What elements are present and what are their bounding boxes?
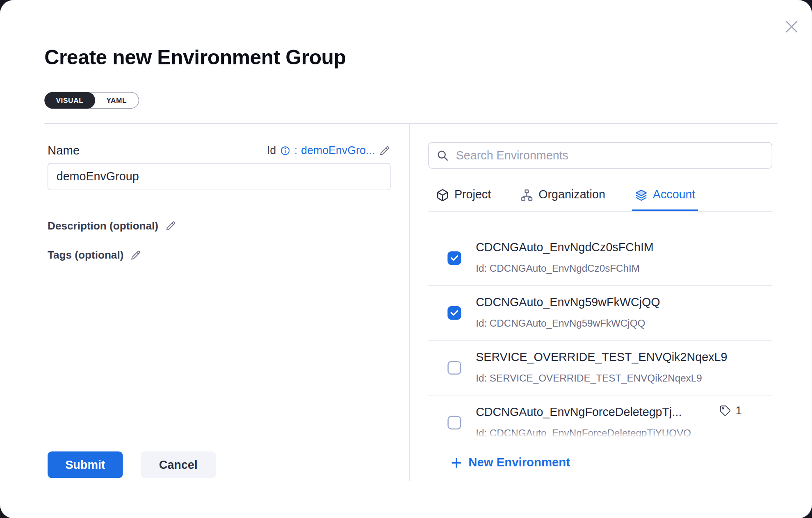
checkbox[interactable]	[447, 251, 461, 265]
new-environment-label: New Environment	[468, 456, 570, 470]
environment-row[interactable]: CDCNGAuto_EnvNgForceDeletegpTj... Id: CD…	[428, 395, 772, 438]
name-label: Name	[48, 141, 80, 159]
search-box	[428, 142, 772, 169]
environment-id: Id: CDCNGAuto_EnvNgdCz0sFChIM	[476, 263, 640, 274]
description-label: Description (optional)	[48, 219, 158, 232]
cancel-button[interactable]: Cancel	[141, 452, 216, 478]
tags-row: Tags (optional)	[48, 249, 142, 261]
environment-id: Id: CDCNGAuto_EnvNg59wFkWCjQQ	[476, 318, 645, 329]
environment-name: SERVICE_OVERRIDE_TEST_ENVQik2NqexL9	[476, 350, 727, 364]
tab-project-label: Project	[454, 188, 491, 202]
environment-id: Id: CDCNGAuto_EnvNgForceDeletegpTjYUQVQ	[476, 427, 691, 438]
layers-icon	[634, 189, 648, 202]
cube-icon	[436, 189, 449, 202]
tab-organization-label: Organization	[538, 188, 605, 202]
visual-yaml-toggle: VISUAL YAML	[44, 92, 139, 109]
environment-name: CDCNGAuto_EnvNgForceDeletegpTj...	[476, 405, 682, 419]
environment-list: CDCNGAuto_EnvNgdCz0sFChIM Id: CDCNGAuto_…	[428, 211, 772, 438]
horizontal-divider	[44, 123, 777, 124]
search-icon	[436, 149, 449, 162]
environment-name: CDCNGAuto_EnvNgdCz0sFChIM	[476, 241, 654, 254]
id-label: Id	[267, 144, 276, 157]
checkbox[interactable]	[447, 306, 461, 320]
environment-row[interactable]: CDCNGAuto_EnvNgdCz0sFChIM Id: CDCNGAuto_…	[428, 231, 772, 286]
environment-row[interactable]: SERVICE_OVERRIDE_TEST_ENVQik2NqexL9 Id: …	[428, 341, 772, 395]
edit-id-icon[interactable]	[379, 145, 390, 157]
submit-button[interactable]: Submit	[48, 452, 123, 478]
environments-panel: Project Organization	[428, 142, 772, 487]
environment-name: CDCNGAuto_EnvNg59wFkWCjQQ	[476, 296, 660, 309]
hierarchy-icon	[520, 189, 534, 202]
scope-tabs: Project Organization	[428, 180, 772, 211]
toggle-yaml[interactable]: YAML	[95, 92, 138, 109]
plus-icon	[450, 457, 463, 469]
toggle-visual[interactable]: VISUAL	[44, 92, 95, 109]
info-icon[interactable]	[280, 145, 291, 156]
checkbox[interactable]	[447, 361, 461, 375]
tab-account-label: Account	[653, 188, 696, 202]
description-row: Description (optional)	[48, 219, 177, 232]
id-value-link[interactable]: demoEnvGro...	[301, 144, 375, 157]
tag-count-badge: 1	[719, 404, 742, 417]
modal-backdrop: Create new Environment Group VISUAL YAML…	[0, 0, 812, 518]
tab-account[interactable]: Account	[632, 180, 698, 211]
vertical-divider	[409, 124, 410, 481]
environment-id: Id: SERVICE_OVERRIDE_TEST_ENVQik2NqexL9	[476, 373, 702, 384]
tab-organization[interactable]: Organization	[518, 180, 608, 211]
create-environment-group-modal: Create new Environment Group VISUAL YAML…	[0, 0, 812, 518]
search-input[interactable]	[455, 148, 764, 163]
entity-id-row: Id : demoEnvGro...	[267, 141, 391, 159]
id-separator: :	[294, 144, 297, 157]
page-title: Create new Environment Group	[44, 46, 346, 69]
new-environment-button[interactable]: New Environment	[450, 456, 570, 470]
edit-description-icon[interactable]	[164, 220, 176, 232]
close-icon[interactable]	[783, 17, 802, 36]
environment-row[interactable]: CDCNGAuto_EnvNg59wFkWCjQQ Id: CDCNGAuto_…	[428, 286, 772, 341]
tab-project[interactable]: Project	[433, 180, 494, 211]
checkbox[interactable]	[447, 416, 461, 429]
tags-label: Tags (optional)	[48, 249, 123, 261]
edit-tags-icon[interactable]	[130, 249, 142, 261]
tag-count: 1	[735, 404, 742, 417]
name-input[interactable]	[48, 163, 390, 190]
tag-icon	[719, 404, 732, 417]
